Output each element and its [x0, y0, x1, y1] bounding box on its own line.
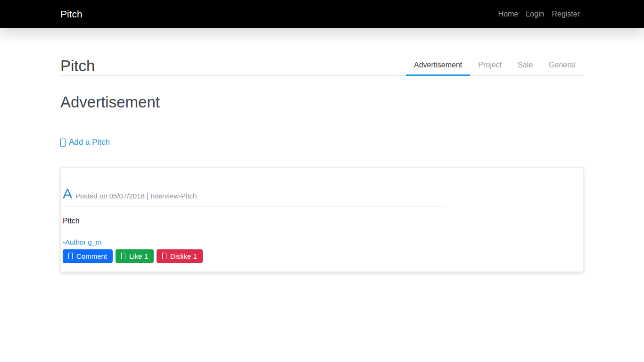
post-body-text: Pitch: [63, 217, 581, 225]
navbar-brand[interactable]: Pitch: [60, 8, 83, 20]
navbar-container: Pitch Home Login Register: [53, 0, 591, 28]
like-button-label: Like 1: [129, 253, 148, 260]
post-actions: Comment Like 1 Dislike 1: [63, 249, 581, 263]
add-pitch-row: Add a Pitch: [60, 138, 584, 148]
pitch-card: A Posted on 05/07/2018 | Interview-Pitch…: [60, 167, 584, 272]
comment-icon: [68, 253, 73, 259]
post-meta: Posted on 05/07/2018 | Interview-Pitch: [75, 192, 197, 200]
author-initial-link[interactable]: A: [63, 187, 72, 201]
section-title: Advertisement: [60, 94, 584, 111]
comment-button-label: Comment: [76, 253, 107, 260]
tab-general[interactable]: General: [541, 54, 584, 75]
add-pitch-label: Add a Pitch: [69, 138, 110, 147]
add-pitch-link[interactable]: Add a Pitch: [60, 138, 110, 147]
comment-button[interactable]: Comment: [63, 249, 113, 263]
nav-link-register[interactable]: Register: [548, 10, 584, 18]
like-icon: [121, 253, 125, 259]
page-title: Pitch: [60, 57, 95, 75]
author-link[interactable]: -Author g_m: [63, 238, 102, 246]
tab-advertisement[interactable]: Advertisement: [406, 54, 470, 75]
category-tabs: Advertisement Project Sale General: [406, 54, 584, 75]
page-header: Pitch Advertisement Project Sale General: [60, 54, 584, 76]
post-header: A Posted on 05/07/2018 | Interview-Pitch: [63, 187, 581, 201]
post-divider: [63, 206, 445, 206]
top-navbar: Pitch Home Login Register: [0, 0, 644, 28]
like-button[interactable]: Like 1: [116, 249, 154, 263]
tab-sale[interactable]: Sale: [510, 54, 541, 75]
dislike-button[interactable]: Dislike 1: [157, 249, 203, 263]
tab-project[interactable]: Project: [470, 54, 510, 75]
nav-link-home[interactable]: Home: [495, 10, 522, 18]
navbar-links: Home Login Register: [495, 10, 584, 18]
dislike-button-label: Dislike 1: [170, 253, 197, 260]
nav-link-login[interactable]: Login: [522, 10, 548, 18]
main-content: Pitch Advertisement Project Sale General…: [53, 54, 591, 272]
dislike-icon: [162, 253, 166, 259]
add-icon: [60, 139, 66, 147]
